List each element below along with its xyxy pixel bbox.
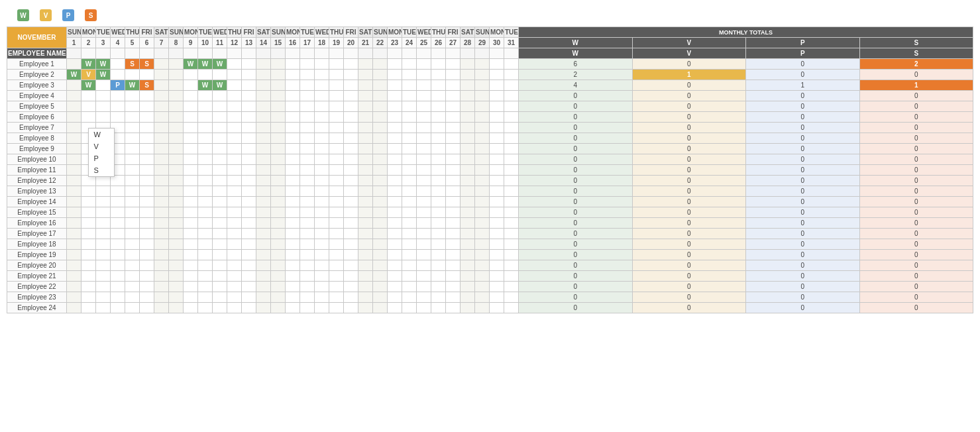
cell-5-11[interactable] [227,112,242,123]
cell-12-16[interactable] [300,186,315,197]
cell-13-23[interactable] [402,197,417,207]
cell-19-24[interactable] [417,260,431,271]
cell-1-26[interactable] [446,70,461,80]
cell-5-14[interactable] [271,112,286,123]
cell-17-20[interactable] [358,239,373,250]
cell-8-25[interactable] [431,144,446,154]
cell-19-7[interactable] [169,260,184,271]
cell-0-30[interactable] [504,59,519,70]
cell-15-12[interactable] [242,218,256,229]
cell-4-23[interactable] [402,101,417,112]
cell-19-30[interactable] [504,260,519,271]
cell-5-8[interactable] [184,112,198,123]
cell-17-24[interactable] [417,239,431,250]
cell-6-10[interactable] [213,123,227,133]
cell-23-8[interactable] [184,303,198,313]
cell-10-20[interactable] [358,165,373,176]
cell-21-24[interactable] [417,282,431,292]
cell-17-6[interactable] [154,239,169,250]
cell-6-28[interactable] [475,123,490,133]
cell-23-22[interactable] [388,303,402,313]
cell-8-11[interactable] [227,144,242,154]
cell-19-2[interactable] [96,260,111,271]
cell-7-11[interactable] [227,133,242,144]
cell-18-29[interactable] [490,250,504,260]
cell-6-8[interactable] [184,123,198,133]
cell-21-21[interactable] [373,282,388,292]
cell-21-3[interactable] [111,282,125,292]
cell-8-24[interactable] [417,144,431,154]
cell-7-10[interactable] [213,133,227,144]
cell-20-1[interactable] [82,271,96,282]
cell-6-16[interactable] [300,123,315,133]
cell-15-15[interactable] [286,218,300,229]
cell-11-26[interactable] [446,176,461,186]
cell-19-8[interactable] [184,260,198,271]
cell-3-27[interactable] [461,91,475,101]
dropdown-option-W[interactable]: W [89,129,114,140]
cell-22-23[interactable] [402,292,417,303]
cell-10-16[interactable] [300,165,315,176]
cell-22-1[interactable] [82,292,96,303]
cell-4-20[interactable] [358,101,373,112]
cell-10-13[interactable] [256,165,271,176]
cell-8-9[interactable] [198,144,213,154]
cell-23-3[interactable] [111,303,125,313]
cell-0-27[interactable] [461,59,475,70]
cell-16-15[interactable] [286,229,300,239]
cell-18-21[interactable] [373,250,388,260]
cell-5-7[interactable] [169,112,184,123]
cell-11-18[interactable] [329,176,344,186]
cell-15-5[interactable] [140,218,154,229]
cell-11-14[interactable] [271,176,286,186]
cell-9-20[interactable] [358,154,373,165]
cell-0-6[interactable] [154,59,169,70]
cell-9-29[interactable] [490,154,504,165]
cell-2-19[interactable] [344,80,358,91]
cell-19-5[interactable] [140,260,154,271]
cell-22-12[interactable] [242,292,256,303]
cell-2-12[interactable] [242,80,256,91]
cell-18-19[interactable] [344,250,358,260]
cell-14-7[interactable] [169,207,184,218]
cell-17-1[interactable] [82,239,96,250]
cell-2-13[interactable] [256,80,271,91]
cell-9-8[interactable] [184,154,198,165]
cell-10-10[interactable] [213,165,227,176]
cell-16-9[interactable] [198,229,213,239]
cell-19-28[interactable] [475,260,490,271]
cell-23-11[interactable] [227,303,242,313]
cell-3-4[interactable] [125,91,140,101]
cell-0-28[interactable] [475,59,490,70]
cell-14-20[interactable] [358,207,373,218]
cell-16-22[interactable] [388,229,402,239]
cell-21-26[interactable] [446,282,461,292]
cell-23-19[interactable] [344,303,358,313]
cell-1-1[interactable]: V [82,70,96,80]
cell-18-24[interactable] [417,250,431,260]
cell-11-9[interactable] [198,176,213,186]
cell-12-24[interactable] [417,186,431,197]
cell-23-26[interactable] [446,303,461,313]
cell-13-18[interactable] [329,197,344,207]
cell-8-29[interactable] [490,144,504,154]
cell-20-26[interactable] [446,271,461,282]
cell-2-2[interactable] [96,80,111,91]
cell-0-11[interactable] [227,59,242,70]
cell-2-25[interactable] [431,80,446,91]
cell-23-5[interactable] [140,303,154,313]
cell-7-9[interactable] [198,133,213,144]
cell-16-26[interactable] [446,229,461,239]
cell-2-9[interactable]: W [198,80,213,91]
cell-16-8[interactable] [184,229,198,239]
cell-8-19[interactable] [344,144,358,154]
cell-15-25[interactable] [431,218,446,229]
cell-8-27[interactable] [461,144,475,154]
cell-11-19[interactable] [344,176,358,186]
cell-20-27[interactable] [461,271,475,282]
cell-8-14[interactable] [271,144,286,154]
cell-22-29[interactable] [490,292,504,303]
cell-21-30[interactable] [504,282,519,292]
cell-7-13[interactable] [256,133,271,144]
cell-16-10[interactable] [213,229,227,239]
